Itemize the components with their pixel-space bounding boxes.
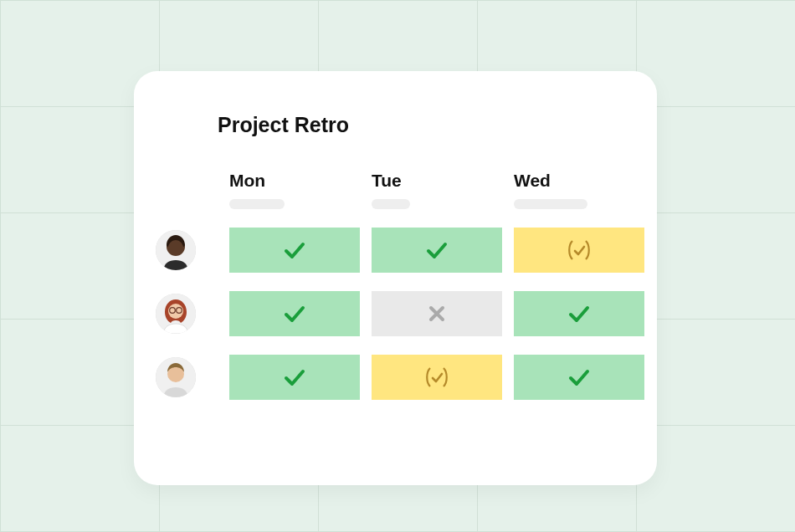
participant-avatar[interactable]: [156, 230, 196, 270]
check-icon: [424, 238, 449, 263]
availability-cell-yes[interactable]: [229, 291, 360, 336]
check-icon: [567, 301, 592, 326]
participant-avatar[interactable]: [156, 294, 196, 334]
check-icon: [282, 301, 307, 326]
check-icon: [282, 365, 307, 390]
column-header-mon[interactable]: Mon: [229, 171, 360, 209]
availability-grid: Mon Tue Wed: [134, 171, 657, 400]
svg-point-3: [168, 304, 183, 319]
column-header-tue[interactable]: Tue: [372, 171, 502, 209]
card-title: Project Retro: [218, 113, 657, 137]
availability-cell-yes[interactable]: [514, 291, 644, 336]
availability-cell-no[interactable]: [372, 291, 502, 336]
participant-avatar[interactable]: [156, 357, 196, 397]
column-header-label: Wed: [514, 171, 551, 191]
x-icon: [427, 304, 447, 324]
availability-cell-yes[interactable]: [229, 228, 360, 273]
column-header-label: Mon: [229, 171, 265, 191]
column-header-sub-placeholder: [514, 199, 587, 209]
availability-cell-yes[interactable]: [229, 355, 360, 400]
check-icon: [282, 238, 307, 263]
maybe-icon: [564, 238, 594, 263]
column-header-sub-placeholder: [229, 199, 285, 209]
column-header-sub-placeholder: [372, 199, 410, 209]
availability-cell-yes[interactable]: [372, 228, 502, 273]
maybe-icon: [422, 365, 452, 390]
availability-card: Project Retro Mon Tue Wed: [134, 71, 657, 485]
column-header-label: Tue: [372, 171, 402, 191]
availability-cell-maybe[interactable]: [514, 228, 644, 273]
availability-cell-maybe[interactable]: [372, 355, 502, 400]
availability-cell-yes[interactable]: [514, 355, 644, 400]
column-header-wed[interactable]: Wed: [514, 171, 644, 209]
check-icon: [567, 365, 592, 390]
